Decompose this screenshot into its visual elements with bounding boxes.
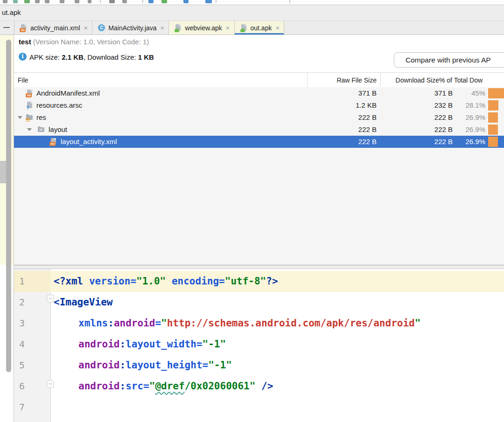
toolbar-icon-fragment[interactable] (3, 0, 7, 3)
download-size: 232 B (434, 101, 453, 109)
download-size: 222 B (434, 113, 453, 121)
line-number: 4 (14, 334, 50, 355)
percent-of-total: 45% (471, 89, 485, 97)
raw-file-size: 222 B (358, 138, 377, 145)
toolbar-icon-fragment[interactable] (205, 0, 212, 3)
raw-file-size: 371 B (358, 89, 377, 97)
apk-size-line: APK size: 2.1 KB, Download Size: 1 KB (29, 53, 154, 61)
apk-analyzer-panel: test (Version Name: 1.0, Version Code: 1… (0, 35, 504, 265)
toolbar-icon-fragment[interactable] (35, 0, 40, 3)
file-name: layout_activity.xml (61, 138, 117, 145)
folder-icon (37, 126, 45, 133)
code-line-1: 1<?xml version="1.0" encoding="utf-8"?> (14, 271, 504, 292)
code-text: <ImageView (50, 292, 112, 313)
download-size-value: 1 KB (138, 53, 154, 61)
tab-label: out.apk (251, 24, 272, 32)
line-number: 6 (14, 376, 50, 397)
toolbar-icon-fragment[interactable] (45, 0, 49, 3)
left-scrollbar-thumb[interactable] (6, 40, 11, 372)
table-header: File Raw File Size Download Size % of To… (14, 72, 504, 88)
percent-bar (488, 137, 498, 147)
toolbar-icon-fragment[interactable] (109, 0, 115, 3)
line-number: 2 (14, 292, 50, 313)
code-text: <?xml version="1.0" encoding="utf-8"?> (50, 271, 278, 292)
download-size: 371 B (434, 89, 453, 97)
line-number: 5 (14, 355, 50, 376)
toolbar-icon-fragment[interactable] (75, 0, 79, 3)
file-name: resources.arsc (36, 101, 82, 109)
percent-of-total: 26.9% (465, 125, 485, 133)
top-toolbar (0, 0, 504, 5)
apk-size-value: 2.1 KB (62, 53, 84, 61)
toolbar-icon-fragment[interactable] (142, 0, 143, 3)
column-header-raw-file-size[interactable]: Raw File Size (336, 76, 377, 84)
line-number: 7 (14, 397, 50, 418)
close-icon[interactable]: × (84, 24, 88, 32)
download-size: 222 B (434, 125, 453, 133)
panel-splitter[interactable] (0, 265, 504, 269)
column-divider (380, 73, 381, 87)
code-line-2: 2−<ImageView (14, 292, 504, 313)
column-header-percent-of-total[interactable]: % of Total Dow (439, 76, 483, 84)
table-row-resources.arsc[interactable]: ?resources.arsc1.2 KB232 B28.1% (14, 99, 504, 111)
column-header-download-size[interactable]: Download Size (396, 76, 439, 84)
hide-panel-icon[interactable] (3, 27, 10, 28)
code-text: android:src="@dref/0x02060061" /> (50, 376, 273, 397)
table-row-res[interactable]: res222 B222 B26.9% (14, 111, 504, 124)
code-fold-icon[interactable]: − (47, 295, 54, 303)
app-name: test (19, 38, 31, 46)
raw-file-size: 222 B (358, 113, 377, 121)
compare-with-previous-apk-button[interactable]: Compare with previous AP (394, 52, 504, 68)
code-text: xmlns:android="http://schemas.android.co… (50, 313, 420, 334)
code-line-5: 5android:layout_height="-1" (14, 355, 504, 376)
tab-MainActivity.java[interactable]: CMainActivity.java× (92, 21, 169, 35)
toolbar-icon-fragment[interactable] (183, 0, 189, 3)
code-text: android:layout_width="-1" (50, 334, 226, 355)
table-row-layout_activity.xml[interactable]: <>layout_activity.xml222 B222 B26.9% (14, 136, 504, 148)
percent-bar (488, 100, 498, 111)
tab-out.apk[interactable]: out.apk× (235, 21, 285, 35)
column-header-file[interactable]: File (18, 76, 28, 84)
tab-label: activity_main.xml (30, 24, 80, 32)
left-scrollbar-mark (0, 161, 6, 183)
breadcrumb: ut.apk (2, 8, 21, 16)
toolbar-icon-fragment[interactable] (148, 0, 154, 3)
percent-of-total: 26.9% (465, 138, 485, 145)
info-icon: i (19, 53, 27, 61)
toolbar-icon-fragment[interactable] (122, 0, 127, 3)
arsc-file-icon: ? (26, 102, 34, 109)
res-folder-icon (26, 114, 34, 121)
toolbar-icon-fragment[interactable] (24, 0, 30, 3)
toolbar-icon-fragment[interactable] (100, 0, 101, 3)
apk-file-icon (174, 24, 182, 32)
tab-rail (0, 21, 14, 35)
tab-activity_main.xml[interactable]: <>activity_main.xml× (14, 21, 92, 35)
close-icon[interactable]: × (161, 24, 165, 32)
chevron-down-icon[interactable] (27, 128, 32, 131)
left-panel-edge (0, 35, 14, 422)
toolbar-icon-fragment[interactable] (60, 0, 64, 3)
tab-label: webview.apk (185, 24, 222, 32)
toolbar-icon-fragment[interactable] (216, 0, 217, 3)
table-row-AndroidManifest.xml[interactable]: <>AndroidManifest.xml371 B371 B45% (14, 87, 504, 99)
percent-of-total: 28.1% (465, 101, 485, 109)
toolbar-icon-fragment[interactable] (88, 0, 91, 3)
tab-webview.apk[interactable]: webview.apk× (169, 21, 234, 35)
percent-bar (488, 88, 504, 98)
code-editor[interactable]: 1<?xml version="1.0" encoding="utf-8"?>2… (14, 269, 504, 422)
table-row-layout[interactable]: layout222 B222 B26.9% (14, 124, 504, 136)
file-name: res (36, 113, 46, 121)
close-icon[interactable]: × (226, 24, 230, 32)
column-divider (307, 73, 308, 87)
code-text (50, 397, 54, 418)
file-name: AndroidManifest.xml (36, 89, 100, 97)
xml-file-icon: <> (49, 138, 57, 145)
chevron-down-icon[interactable] (18, 116, 22, 119)
code-line-3: 3xmlns:android="http://schemas.android.c… (14, 313, 504, 334)
toolbar-icon-fragment[interactable] (161, 0, 167, 3)
code-fold-icon[interactable]: − (47, 380, 54, 388)
toolbar-icon-fragment[interactable] (13, 0, 18, 3)
code-line-7: 7 (14, 397, 504, 418)
close-icon[interactable]: × (275, 24, 280, 32)
toolbar-icon-fragment[interactable] (289, 0, 290, 3)
